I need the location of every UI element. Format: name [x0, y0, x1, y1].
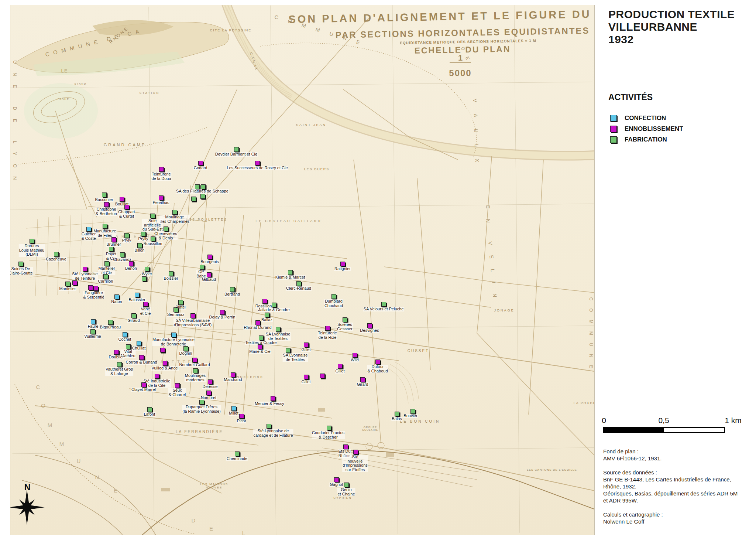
map-point-label: Bacconier [95, 198, 114, 202]
map-point-label: Cazeneuve [45, 257, 67, 262]
map-point-Dumplard Chochaud [331, 294, 336, 299]
map-point-label: Godard [193, 166, 208, 170]
map-point-Roussillon [151, 236, 155, 241]
ennoblissement-swatch-icon [610, 126, 617, 132]
map-point-Girard [360, 377, 365, 382]
map-point-Sté Lyonnaise de Teinture [83, 267, 87, 272]
map-point-Duparquet Frères (la Ramie Lyonnaise) [199, 400, 204, 405]
map-background-label: CYPRIEN [333, 496, 352, 500]
map-point-label: Fauguière & Serpentié [83, 291, 104, 299]
map-point-label: Clayet-Marrel [131, 388, 156, 392]
map-point-label: Vahé et Cie [140, 307, 151, 316]
map-point-label: Chenevières & Denis [154, 232, 178, 240]
map-point-label: Pryly [122, 238, 131, 243]
map-point-label: Sté nouvelle d'Impressions sur Étoffes [342, 455, 368, 472]
map-point-label: Vuillod & Ancel [151, 366, 179, 371]
map-point-Deresse [208, 379, 213, 384]
map-point-Balas [395, 412, 399, 416]
map-point-label: Les Successeurs de Rosey et Cie [226, 166, 288, 170]
map-point-label: Girard [357, 382, 369, 387]
map-background-label: N [95, 474, 99, 480]
scalebar-tick-half: 0,5 [658, 416, 669, 425]
map-point-label: Soie artificielle du Sud-Est [142, 219, 163, 232]
map-point-label: Delay & Perrin [209, 315, 236, 320]
map-point-label: Chappart & Curtet [118, 210, 135, 218]
map-point-unlabeled [191, 197, 196, 201]
map-point-label: Billon [134, 248, 145, 253]
map-point-label: Sté Lyonnaise de cardage et de Filature [253, 429, 293, 437]
scalebar-filled-half [604, 428, 664, 432]
map-point-Picot [239, 414, 244, 419]
map-point-Rossillon [262, 299, 267, 304]
map-point-label: Moulinages modernes [185, 374, 206, 382]
map-point-label: Sté Industrielle de la Cité [143, 379, 171, 388]
map-point-Ballaz [265, 313, 269, 317]
map-point-Marchand [231, 372, 236, 377]
map-point-Gillet [338, 364, 343, 369]
map-point-Genin et Chaine [344, 483, 349, 487]
map-point-Giraud [131, 313, 136, 318]
map-point-Dorures Louis Mathieu (DLMI) [30, 239, 34, 243]
map-point-Billon [137, 243, 142, 248]
map-point-Rhonat-Durand [255, 320, 260, 325]
map-point-Clerc-Renaud [296, 281, 301, 286]
map-point-label: Carrillon [98, 279, 114, 284]
map-point-Vuillerme [90, 329, 95, 334]
map-point-Balossier [135, 293, 140, 297]
map-point-label: Bigourneau [100, 325, 121, 330]
map-point-Godard [198, 161, 203, 166]
map-point-label: Doublier [109, 355, 124, 359]
credits-text: Fond de plan : AMV 6Fi1066-12, 1931. Sou… [603, 448, 738, 525]
map-background-label: E N [485, 205, 491, 227]
map-point-label: Brunner [106, 242, 121, 247]
legend-item-ennoblissement: ENNOBLISSEMENT [610, 125, 683, 133]
map-point-SA Velours et Peluche [381, 302, 386, 307]
map-point-label: Sté Lyonnaise de Teinture [72, 272, 98, 280]
map-background-label: M [48, 422, 52, 428]
map-point-unlabeled [320, 374, 325, 378]
map-point-SA Lyonnaise de Textiles [286, 348, 291, 353]
legend-heading: ACTIVITÉS [608, 92, 653, 102]
map-point-Cheminade [235, 451, 240, 456]
map-point-label: Kiemlé & Marcet [275, 275, 306, 280]
map-point-Gillet [304, 375, 309, 379]
map-point-label: Gilbaud [202, 277, 216, 282]
map-point-Brunner [111, 237, 116, 242]
map-point-label: Teinturerie de la Doua [151, 172, 171, 181]
map-point-label: Gillet [301, 380, 311, 384]
map-point-Bertrand [230, 287, 235, 292]
map-point-Mercier & Fessy [271, 396, 275, 401]
map-background-label: STATION [140, 91, 159, 95]
map-point-label: SA Lyonnaise de Textiles [283, 353, 308, 362]
map-point-Wild [353, 353, 357, 358]
map-point-Sté nouvelle d'Impressions sur Étoffes [353, 450, 358, 454]
map-point-Delay & Perrin [220, 310, 225, 315]
map-point-label: Balossier [128, 298, 145, 302]
legend-item-label: FABRICATION [625, 136, 667, 143]
fabrication-swatch-icon [610, 136, 617, 143]
map-point-label: Sémanaz [167, 313, 185, 317]
map-point-Bourgeois [207, 255, 212, 259]
map-point-Vahé et Cie [143, 302, 148, 307]
confection-swatch-icon [610, 115, 617, 122]
map-background-label: SAINT JEAN [296, 123, 326, 127]
map-background-label: U N E D E L Y O N [12, 60, 18, 183]
map-point-Manufacture Lyonnaise de Bonneterie [171, 333, 176, 337]
map-point-label: Cochet [118, 337, 132, 342]
map-point-label: Roussillon [143, 242, 163, 246]
map-point-label: Dufour & Chaboud [367, 365, 388, 373]
map-point-Sémanaz [173, 307, 178, 312]
map-point-label: SA des Filatures de Schappe [176, 189, 229, 194]
poster: 1 5000 N SON PLAN D'ALIGNEMENT ET LE FIG… [0, 0, 756, 535]
map-point-label: Rhonat-Durand [243, 326, 272, 330]
map-point-Mantelier et Cie [104, 261, 109, 266]
map-point-label: Deresse [202, 385, 218, 389]
map-point-SA Villeurbannaise d'Impressions (SAVI) [190, 313, 195, 318]
map-background-label: L [242, 530, 245, 535]
map-point-label: SA Lyonnaise de Textiles [265, 332, 291, 341]
map-point-label: Soieries Gessner [337, 323, 353, 331]
map-area: 1 5000 N SON PLAN D'ALIGNEMENT ET LE FIG… [10, 5, 594, 535]
map-point-label: Seux & Charrel [168, 388, 186, 397]
map-point-label: Faure [87, 324, 99, 329]
map-point-label: Vuillerme [84, 334, 101, 339]
